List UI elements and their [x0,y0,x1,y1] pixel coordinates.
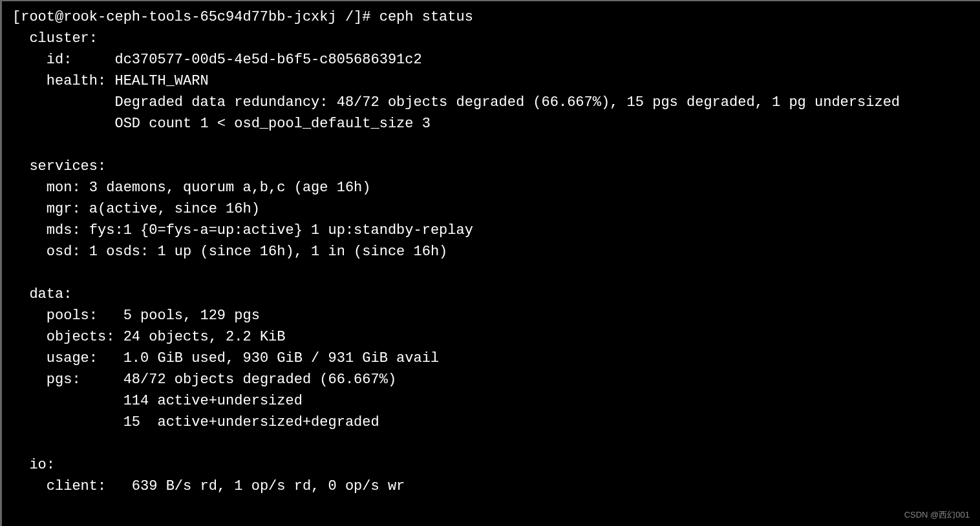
cluster-id-value: dc370577-00d5-4e5d-b6f5-c805686391c2 [114,52,421,68]
data-pools-label: pools: [47,308,98,324]
command-text: ceph status [379,9,473,25]
cluster-id-label: id: [47,52,72,68]
data-objects-value: 24 objects, 2.2 KiB [123,329,286,345]
io-client-value: 639 B/s rd, 1 op/s rd, 0 op/s wr [132,478,405,494]
io-header: io: [29,457,55,473]
data-pgs-label: pgs: [47,372,81,388]
prompt-line: [root@rook-ceph-tools-65c94d77bb-jcxkj /… [12,9,473,25]
prompt-path: / [345,9,354,25]
services-header: services: [29,158,106,174]
cluster-health-detail2: OSD count 1 < osd_pool_default_size 3 [114,116,430,132]
watermark: CSDN @西幻001 [904,509,970,521]
services-mon: mon: 3 daemons, quorum a,b,c (age 16h) [47,180,371,196]
data-usage-label: usage: [47,350,98,366]
data-pgs-detail1: 114 active+undersized [123,393,303,409]
data-usage-value: 1.0 GiB used, 930 GiB / 931 GiB avail [123,350,439,366]
cluster-health-detail1: Degraded data redundancy: 48/72 objects … [114,94,900,110]
data-pools-value: 5 pools, 129 pgs [123,308,260,324]
cluster-health-label: health: [47,73,106,89]
services-mds: mds: fys:1 {0=fys-a=up:active} 1 up:stan… [47,222,473,238]
terminal-output: [root@rook-ceph-tools-65c94d77bb-jcxkj /… [12,6,970,497]
data-header: data: [29,286,72,302]
data-pgs-value: 48/72 objects degraded (66.667%) [123,372,396,388]
data-pgs-detail2: 15 active+undersized+degraded [123,414,379,430]
cluster-header: cluster: [29,30,98,47]
cluster-health-value: HEALTH_WARN [114,73,208,89]
prompt-user: root [21,9,55,25]
io-client-label: client: [47,478,106,494]
services-osd: osd: 1 osds: 1 up (since 16h), 1 in (sin… [47,244,448,260]
data-objects-label: objects: [47,329,115,345]
services-mgr: mgr: a(active, since 16h) [47,201,260,217]
prompt-host: rook-ceph-tools-65c94d77bb-jcxkj [63,9,336,25]
prompt-symbol: # [362,9,370,25]
